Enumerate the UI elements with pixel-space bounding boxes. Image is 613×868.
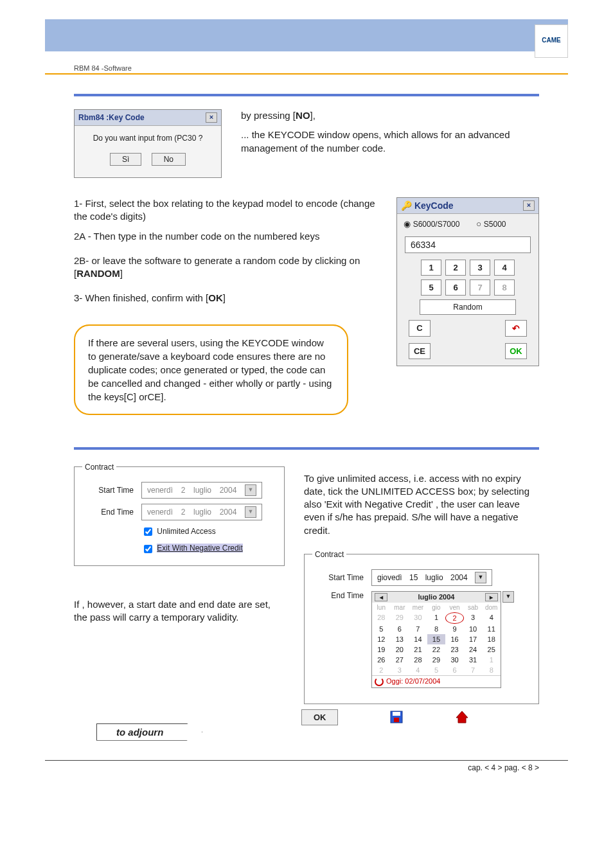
intro-line: by pressing [NO], bbox=[241, 109, 539, 122]
calendar-day[interactable]: 1 bbox=[427, 612, 446, 624]
ok-button[interactable]: OK bbox=[505, 343, 527, 359]
calendar-day[interactable]: 10 bbox=[464, 624, 483, 634]
calendar-day[interactable]: 3 bbox=[464, 612, 483, 624]
calendar-day[interactable]: 16 bbox=[445, 634, 464, 644]
step-2a: 2A - Then type in the number code on the… bbox=[74, 230, 377, 243]
chevron-down-icon[interactable]: ▼ bbox=[245, 506, 256, 518]
calendar-day[interactable]: 30 bbox=[409, 612, 427, 624]
calendar-day[interactable]: 23 bbox=[445, 644, 464, 655]
note-box: If there are several users, using the KE… bbox=[74, 324, 348, 415]
calendar-day[interactable]: 8 bbox=[482, 665, 501, 675]
calendar-day[interactable]: 20 bbox=[391, 644, 409, 655]
random-button[interactable]: Random bbox=[420, 299, 516, 315]
calendar-day[interactable]: 1 bbox=[482, 655, 501, 665]
radio-s5000[interactable]: S5000 bbox=[476, 219, 506, 229]
keypad-key-2[interactable]: 2 bbox=[445, 260, 466, 276]
calendar-day[interactable]: 5 bbox=[427, 665, 446, 675]
start-time-label: Start Time bbox=[312, 573, 364, 582]
save-icon[interactable] bbox=[389, 710, 404, 724]
calendar-day[interactable]: 18 bbox=[482, 634, 501, 644]
calendar-footer[interactable]: Oggi: 02/07/2004 bbox=[372, 675, 501, 687]
c-button[interactable]: C bbox=[409, 320, 431, 337]
calendar-day[interactable]: 31 bbox=[464, 655, 483, 665]
calendar-day[interactable]: 11 bbox=[482, 624, 501, 634]
today-icon bbox=[375, 677, 384, 686]
calendar-dow: ven bbox=[445, 603, 464, 612]
calendar-day[interactable]: 5 bbox=[372, 624, 391, 634]
calendar-day[interactable]: 21 bbox=[409, 644, 427, 655]
came-logo: CAME bbox=[535, 24, 568, 58]
start-time-field[interactable]: venerdì 2 luglio 2004 ▼ bbox=[141, 482, 262, 499]
keycode-display[interactable]: 66334 bbox=[405, 236, 531, 253]
keypad-key-3[interactable]: 3 bbox=[470, 260, 490, 276]
unlimited-checkbox[interactable] bbox=[144, 527, 152, 536]
keypad-key-6[interactable]: 6 bbox=[445, 279, 466, 296]
calendar-day[interactable]: 28 bbox=[409, 655, 427, 665]
close-icon[interactable]: × bbox=[523, 200, 535, 211]
calendar-day[interactable]: 4 bbox=[482, 612, 501, 624]
calendar-day[interactable]: 26 bbox=[372, 655, 391, 665]
calendar-day[interactable]: 27 bbox=[391, 655, 409, 665]
undo-icon[interactable]: ↶ bbox=[505, 320, 527, 337]
calendar-day[interactable]: 29 bbox=[391, 612, 409, 624]
yes-button[interactable]: Sì bbox=[110, 153, 141, 166]
calendar-day[interactable]: 12 bbox=[372, 634, 391, 644]
key-icon: 🔑 bbox=[401, 200, 414, 211]
calendar-day[interactable]: 13 bbox=[391, 634, 409, 644]
keypad-key-5[interactable]: 5 bbox=[421, 279, 441, 296]
calendar-day[interactable]: 29 bbox=[427, 655, 446, 665]
chevron-down-icon[interactable]: ▼ bbox=[475, 572, 486, 583]
calendar-day[interactable]: 28 bbox=[372, 612, 391, 624]
step-1: 1- First, select the box relating to the… bbox=[74, 197, 377, 224]
calendar-day[interactable]: 15 bbox=[427, 634, 446, 644]
calendar-day[interactable]: 3 bbox=[391, 665, 409, 675]
calendar-day[interactable]: 25 bbox=[482, 644, 501, 655]
keypad-key-4[interactable]: 4 bbox=[494, 260, 515, 276]
keycode-title: KeyCode bbox=[414, 200, 454, 211]
adjourn-label: to adjourn bbox=[96, 723, 202, 741]
calendar-day[interactable]: 2 bbox=[372, 665, 391, 675]
calendar-day[interactable]: 24 bbox=[464, 644, 483, 655]
calendar-day[interactable]: 30 bbox=[445, 655, 464, 665]
end-time-label: End Time bbox=[82, 508, 134, 517]
calendar-day[interactable]: 8 bbox=[427, 624, 446, 634]
contract-legend: Contract bbox=[312, 550, 346, 559]
calendar-day[interactable]: 14 bbox=[409, 634, 427, 644]
keypad-key-1[interactable]: 1 bbox=[421, 260, 441, 276]
calendar-dow: mar bbox=[391, 603, 409, 612]
ce-button[interactable]: CE bbox=[409, 343, 431, 359]
start-time-label: Start Time bbox=[82, 486, 134, 495]
dialog-title: Rbm84 :Key Code bbox=[78, 113, 145, 122]
divider bbox=[74, 94, 539, 96]
calendar-day[interactable]: 6 bbox=[445, 665, 464, 675]
end-time-field[interactable]: venerdì 2 luglio 2004 ▼ bbox=[141, 504, 262, 520]
calendar-day[interactable]: 22 bbox=[427, 644, 446, 655]
calendar-day[interactable]: 19 bbox=[372, 644, 391, 655]
close-icon[interactable]: × bbox=[206, 112, 217, 123]
calendar-day[interactable]: 2 bbox=[445, 612, 464, 624]
start-time-field[interactable]: giovedì 15 luglio 2004 ▼ bbox=[371, 569, 492, 586]
negative-credit-checkbox[interactable] bbox=[144, 545, 152, 553]
unlimited-label: Unlimited Access bbox=[157, 526, 215, 535]
divider bbox=[74, 447, 539, 450]
calendar-day[interactable]: 4 bbox=[409, 665, 427, 675]
radio-s6000[interactable]: S6000/S7000 bbox=[404, 219, 459, 229]
no-button[interactable]: No bbox=[152, 153, 186, 166]
end-time-label: End Time bbox=[312, 591, 364, 600]
prev-month-button[interactable]: ◂ bbox=[375, 593, 387, 601]
home-icon[interactable] bbox=[455, 710, 469, 724]
calendar-day[interactable]: 7 bbox=[464, 665, 483, 675]
next-month-button[interactable]: ▸ bbox=[485, 593, 498, 601]
chevron-down-icon[interactable]: ▼ bbox=[502, 591, 514, 603]
ok-button[interactable]: OK bbox=[301, 709, 339, 725]
chevron-down-icon[interactable]: ▼ bbox=[245, 484, 256, 496]
keypad-key-7[interactable]: 7 bbox=[470, 279, 490, 296]
calendar-day[interactable]: 9 bbox=[445, 624, 464, 634]
calendar-day[interactable]: 7 bbox=[409, 624, 427, 634]
keypad-key-8[interactable]: 8 bbox=[494, 279, 515, 296]
keycode-prompt-dialog: Rbm84 :Key Code × Do you want input from… bbox=[74, 109, 222, 178]
calendar-day[interactable]: 17 bbox=[464, 634, 483, 644]
contract-fieldset-2: Contract Start Time giovedì 15 luglio 20… bbox=[304, 550, 539, 704]
calendar-day[interactable]: 6 bbox=[391, 624, 409, 634]
calendar-popup[interactable]: ◂ luglio 2004 ▸ lunmarmergiovensabdom 28… bbox=[371, 591, 501, 688]
